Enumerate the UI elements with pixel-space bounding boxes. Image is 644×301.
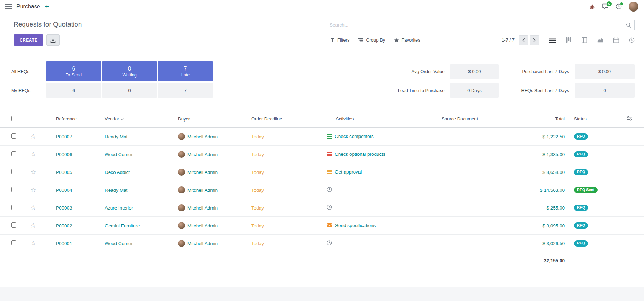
- activity-cell[interactable]: [327, 240, 332, 245]
- buyer-link[interactable]: Mitchell Admin: [187, 152, 218, 157]
- reference-link[interactable]: P00002: [56, 223, 72, 228]
- new-tab-icon[interactable]: +: [45, 3, 49, 10]
- reference-link[interactable]: P00001: [56, 241, 72, 246]
- column-header-status[interactable]: Status: [569, 110, 614, 128]
- debug-icon[interactable]: [589, 4, 595, 9]
- activity-cell[interactable]: Check optional products: [327, 152, 385, 157]
- column-header-total[interactable]: Total: [527, 110, 569, 128]
- optional-columns-icon[interactable]: [627, 117, 632, 122]
- view-list-icon[interactable]: [549, 38, 556, 43]
- buyer-link[interactable]: Mitchell Admin: [187, 188, 218, 193]
- row-checkbox[interactable]: [11, 240, 16, 245]
- activity-cell[interactable]: [327, 187, 332, 192]
- view-kanban-icon[interactable]: [566, 37, 571, 43]
- favorites-button[interactable]: Favorites: [394, 37, 420, 43]
- column-header-buyer[interactable]: Buyer: [178, 110, 251, 128]
- row-checkbox[interactable]: [11, 222, 16, 228]
- row-checkbox[interactable]: [11, 133, 16, 139]
- buyer-link[interactable]: Mitchell Admin: [187, 205, 218, 211]
- vendor-link[interactable]: Gemini Furniture: [105, 223, 140, 228]
- control-panel: Requests for Quotation CREATE Filters Gr…: [0, 13, 644, 54]
- view-calendar-icon[interactable]: [613, 37, 619, 43]
- rfq-row[interactable]: ☆P00004Ready MatMitchell AdminToday$ 14,…: [0, 181, 644, 199]
- activity-link[interactable]: Send specifications: [335, 223, 376, 228]
- favorite-star-icon[interactable]: ☆: [30, 169, 36, 176]
- reference-link[interactable]: P00007: [56, 134, 72, 139]
- rfq-row[interactable]: ☆P00003Azure InteriorMitchell AdminToday…: [0, 199, 644, 217]
- page-footer: [0, 287, 644, 301]
- reference-link[interactable]: P00005: [56, 170, 72, 175]
- buyer-link[interactable]: Mitchell Admin: [187, 241, 218, 246]
- buyer-link[interactable]: Mitchell Admin: [187, 223, 218, 228]
- tile-waiting[interactable]: 0 Waiting: [102, 61, 157, 81]
- vendor-link[interactable]: Ready Mat: [105, 134, 127, 139]
- tile-late[interactable]: 7 Late: [158, 61, 213, 81]
- rfq-row[interactable]: ☆P00007Ready MatMitchell AdminTodayCheck…: [0, 128, 644, 146]
- column-header-vendor[interactable]: Vendor: [105, 110, 178, 128]
- column-header-source[interactable]: Source Document: [433, 110, 527, 128]
- favorite-star-icon[interactable]: ☆: [30, 133, 36, 140]
- my-tile-to-send[interactable]: 6: [46, 83, 101, 98]
- pager: 1-7 / 7: [502, 37, 515, 43]
- vendor-link[interactable]: Azure Interior: [105, 205, 133, 211]
- search-input[interactable]: [325, 20, 635, 30]
- menu-icon[interactable]: [5, 4, 12, 9]
- activities-badge: [620, 2, 623, 6]
- vendor-link[interactable]: Deco Addict: [105, 170, 130, 175]
- purchased-last-7-days-label: Purchased Last 7 Days: [522, 69, 569, 74]
- activity-link[interactable]: Check competitors: [335, 134, 374, 139]
- rfq-row[interactable]: ☆P00006Wood CornerMitchell AdminTodayChe…: [0, 146, 644, 163]
- rfq-row[interactable]: ☆P00002Gemini FurnitureMitchell AdminTod…: [0, 217, 644, 235]
- activities-icon[interactable]: [616, 3, 622, 9]
- filters-button[interactable]: Filters: [330, 37, 349, 43]
- vendor-link[interactable]: Ready Mat: [105, 188, 127, 193]
- my-rfqs-label: My RFQs: [11, 83, 45, 98]
- my-tile-waiting[interactable]: 0: [102, 83, 157, 98]
- reference-link[interactable]: P00004: [56, 188, 72, 193]
- buyer-link[interactable]: Mitchell Admin: [187, 170, 218, 175]
- status-badge: RFQ: [574, 222, 588, 229]
- favorite-star-icon[interactable]: ☆: [30, 186, 36, 193]
- row-total: $ 14,563.00: [540, 188, 565, 193]
- row-checkbox[interactable]: [11, 151, 16, 156]
- favorite-star-icon[interactable]: ☆: [30, 222, 36, 229]
- view-pivot-icon[interactable]: [582, 37, 587, 43]
- select-all-checkbox[interactable]: [11, 116, 16, 121]
- row-checkbox[interactable]: [11, 169, 16, 174]
- create-button[interactable]: CREATE: [14, 34, 43, 46]
- reference-link[interactable]: P00006: [56, 152, 72, 157]
- row-checkbox[interactable]: [11, 205, 16, 210]
- buyer-link[interactable]: Mitchell Admin: [187, 134, 218, 139]
- activity-link[interactable]: Check optional products: [335, 152, 385, 157]
- column-header-deadline[interactable]: Order Deadline: [251, 110, 325, 128]
- search-icon[interactable]: [626, 22, 631, 29]
- favorite-star-icon[interactable]: ☆: [30, 240, 36, 247]
- favorite-star-icon[interactable]: ☆: [30, 151, 36, 158]
- rfq-row[interactable]: ☆P00005Deco AddictMitchell AdminTodayGet…: [0, 163, 644, 181]
- my-tile-late[interactable]: 7: [158, 83, 213, 98]
- column-header-activities[interactable]: Activities: [325, 110, 433, 128]
- app-name[interactable]: Purchase: [16, 3, 40, 10]
- activity-link[interactable]: Get approval: [335, 169, 362, 175]
- vendor-link[interactable]: Wood Corner: [105, 241, 133, 246]
- pager-previous-button[interactable]: [519, 35, 528, 45]
- search-bar[interactable]: [325, 20, 635, 30]
- rfq-row[interactable]: ☆P00001Wood CornerMitchell AdminToday$ 3…: [0, 235, 644, 252]
- activity-cell[interactable]: Send specifications: [327, 223, 376, 228]
- row-checkbox[interactable]: [11, 187, 16, 192]
- activity-cell[interactable]: Get approval: [327, 169, 362, 175]
- activity-cell[interactable]: [327, 205, 332, 210]
- view-graph-icon[interactable]: [597, 38, 603, 43]
- group-by-button[interactable]: Group By: [358, 37, 385, 43]
- activity-cell[interactable]: Check competitors: [327, 134, 374, 139]
- vendor-link[interactable]: Wood Corner: [105, 152, 133, 157]
- messages-icon[interactable]: 5: [602, 3, 609, 9]
- column-header-reference[interactable]: Reference: [45, 110, 105, 128]
- view-activity-icon[interactable]: [629, 37, 635, 43]
- export-button[interactable]: [46, 34, 60, 46]
- pager-next-button[interactable]: [530, 35, 539, 45]
- reference-link[interactable]: P00003: [56, 205, 72, 211]
- user-avatar[interactable]: [629, 2, 638, 12]
- favorite-star-icon[interactable]: ☆: [30, 204, 36, 211]
- tile-to-send[interactable]: 6 To Send: [46, 61, 101, 81]
